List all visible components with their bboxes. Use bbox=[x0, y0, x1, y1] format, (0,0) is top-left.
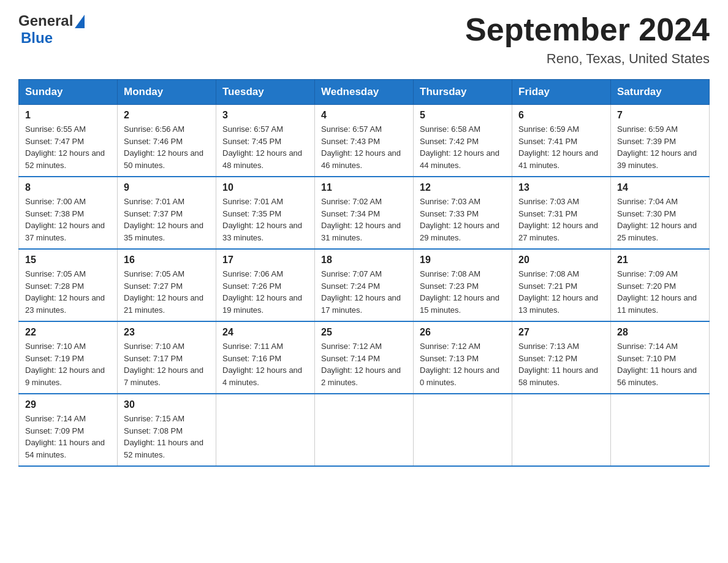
day-number: 16 bbox=[124, 255, 210, 266]
calendar-header-row: SundayMondayTuesdayWednesdayThursdayFrid… bbox=[19, 80, 710, 105]
day-number: 25 bbox=[321, 327, 407, 338]
page-header: General Blue September 2024 Reno, Texas,… bbox=[18, 12, 710, 67]
day-info: Sunrise: 7:03 AMSunset: 7:33 PMDaylight:… bbox=[420, 196, 506, 243]
header-friday: Friday bbox=[512, 80, 611, 105]
day-number: 12 bbox=[420, 182, 506, 193]
header-sunday: Sunday bbox=[19, 80, 118, 105]
day-number: 9 bbox=[124, 182, 210, 193]
calendar-cell: 25Sunrise: 7:12 AMSunset: 7:14 PMDayligh… bbox=[315, 321, 414, 394]
calendar-cell: 23Sunrise: 7:10 AMSunset: 7:17 PMDayligh… bbox=[118, 321, 216, 394]
day-number: 27 bbox=[518, 327, 604, 338]
day-number: 17 bbox=[222, 255, 308, 266]
calendar-cell: 17Sunrise: 7:06 AMSunset: 7:26 PMDayligh… bbox=[216, 249, 315, 321]
header-tuesday: Tuesday bbox=[216, 80, 315, 105]
day-number: 4 bbox=[321, 110, 407, 121]
calendar-cell: 20Sunrise: 7:08 AMSunset: 7:21 PMDayligh… bbox=[512, 249, 611, 321]
calendar-cell bbox=[512, 394, 611, 466]
calendar-cell bbox=[315, 394, 414, 466]
day-info: Sunrise: 7:03 AMSunset: 7:31 PMDaylight:… bbox=[518, 196, 604, 243]
header-monday: Monday bbox=[118, 80, 216, 105]
calendar-subtitle: Reno, Texas, United States bbox=[465, 51, 710, 67]
day-info: Sunrise: 6:57 AMSunset: 7:43 PMDaylight:… bbox=[321, 123, 407, 171]
calendar-cell: 5Sunrise: 6:58 AMSunset: 7:42 PMDaylight… bbox=[414, 105, 512, 177]
day-number: 29 bbox=[25, 399, 111, 410]
calendar-cell: 19Sunrise: 7:08 AMSunset: 7:23 PMDayligh… bbox=[414, 249, 512, 321]
day-info: Sunrise: 6:59 AMSunset: 7:41 PMDaylight:… bbox=[518, 123, 604, 171]
day-info: Sunrise: 7:04 AMSunset: 7:30 PMDaylight:… bbox=[617, 196, 703, 243]
calendar-cell: 24Sunrise: 7:11 AMSunset: 7:16 PMDayligh… bbox=[216, 321, 315, 394]
calendar-cell: 14Sunrise: 7:04 AMSunset: 7:30 PMDayligh… bbox=[611, 177, 710, 249]
calendar-cell bbox=[611, 394, 710, 466]
calendar-cell: 1Sunrise: 6:55 AMSunset: 7:47 PMDaylight… bbox=[19, 105, 118, 177]
day-info: Sunrise: 7:09 AMSunset: 7:20 PMDaylight:… bbox=[617, 268, 703, 316]
day-info: Sunrise: 7:00 AMSunset: 7:38 PMDaylight:… bbox=[25, 196, 111, 243]
calendar-week-row: 1Sunrise: 6:55 AMSunset: 7:47 PMDaylight… bbox=[19, 105, 710, 177]
calendar-table: SundayMondayTuesdayWednesdayThursdayFrid… bbox=[18, 79, 710, 467]
calendar-cell bbox=[414, 394, 512, 466]
calendar-cell: 27Sunrise: 7:13 AMSunset: 7:12 PMDayligh… bbox=[512, 321, 611, 394]
day-number: 1 bbox=[25, 110, 111, 121]
calendar-cell: 10Sunrise: 7:01 AMSunset: 7:35 PMDayligh… bbox=[216, 177, 315, 249]
logo-text-blue: Blue bbox=[21, 29, 53, 46]
day-number: 30 bbox=[124, 399, 210, 410]
header-saturday: Saturday bbox=[611, 80, 710, 105]
calendar-cell: 26Sunrise: 7:12 AMSunset: 7:13 PMDayligh… bbox=[414, 321, 512, 394]
day-info: Sunrise: 6:59 AMSunset: 7:39 PMDaylight:… bbox=[617, 123, 703, 171]
calendar-cell: 13Sunrise: 7:03 AMSunset: 7:31 PMDayligh… bbox=[512, 177, 611, 249]
calendar-cell bbox=[216, 394, 315, 466]
calendar-title: September 2024 bbox=[465, 12, 710, 47]
logo-triangle bbox=[75, 15, 85, 28]
day-info: Sunrise: 7:12 AMSunset: 7:13 PMDaylight:… bbox=[420, 340, 506, 388]
day-info: Sunrise: 7:15 AMSunset: 7:08 PMDaylight:… bbox=[124, 413, 210, 461]
calendar-cell: 16Sunrise: 7:05 AMSunset: 7:27 PMDayligh… bbox=[118, 249, 216, 321]
calendar-cell: 4Sunrise: 6:57 AMSunset: 7:43 PMDaylight… bbox=[315, 105, 414, 177]
day-number: 5 bbox=[420, 110, 506, 121]
day-number: 24 bbox=[222, 327, 308, 338]
day-number: 20 bbox=[518, 255, 604, 266]
calendar-cell: 8Sunrise: 7:00 AMSunset: 7:38 PMDaylight… bbox=[19, 177, 118, 249]
day-info: Sunrise: 7:05 AMSunset: 7:27 PMDaylight:… bbox=[124, 268, 210, 316]
calendar-week-row: 15Sunrise: 7:05 AMSunset: 7:28 PMDayligh… bbox=[19, 249, 710, 321]
calendar-week-row: 29Sunrise: 7:14 AMSunset: 7:09 PMDayligh… bbox=[19, 394, 710, 466]
header-thursday: Thursday bbox=[414, 80, 512, 105]
day-info: Sunrise: 7:14 AMSunset: 7:09 PMDaylight:… bbox=[25, 413, 111, 461]
day-info: Sunrise: 7:08 AMSunset: 7:21 PMDaylight:… bbox=[518, 268, 604, 316]
day-number: 7 bbox=[617, 110, 703, 121]
calendar-cell: 28Sunrise: 7:14 AMSunset: 7:10 PMDayligh… bbox=[611, 321, 710, 394]
calendar-cell: 3Sunrise: 6:57 AMSunset: 7:45 PMDaylight… bbox=[216, 105, 315, 177]
calendar-week-row: 8Sunrise: 7:00 AMSunset: 7:38 PMDaylight… bbox=[19, 177, 710, 249]
calendar-cell: 7Sunrise: 6:59 AMSunset: 7:39 PMDaylight… bbox=[611, 105, 710, 177]
day-number: 13 bbox=[518, 182, 604, 193]
calendar-cell: 29Sunrise: 7:14 AMSunset: 7:09 PMDayligh… bbox=[19, 394, 118, 466]
day-info: Sunrise: 7:02 AMSunset: 7:34 PMDaylight:… bbox=[321, 196, 407, 243]
day-number: 22 bbox=[25, 327, 111, 338]
day-number: 2 bbox=[124, 110, 210, 121]
day-number: 8 bbox=[25, 182, 111, 193]
day-number: 21 bbox=[617, 255, 703, 266]
calendar-cell: 12Sunrise: 7:03 AMSunset: 7:33 PMDayligh… bbox=[414, 177, 512, 249]
header-wednesday: Wednesday bbox=[315, 80, 414, 105]
day-info: Sunrise: 7:07 AMSunset: 7:24 PMDaylight:… bbox=[321, 268, 407, 316]
calendar-cell: 15Sunrise: 7:05 AMSunset: 7:28 PMDayligh… bbox=[19, 249, 118, 321]
day-info: Sunrise: 7:10 AMSunset: 7:17 PMDaylight:… bbox=[124, 340, 210, 388]
day-number: 26 bbox=[420, 327, 506, 338]
day-number: 10 bbox=[222, 182, 308, 193]
logo-text-general: General bbox=[18, 12, 73, 29]
day-info: Sunrise: 7:01 AMSunset: 7:35 PMDaylight:… bbox=[222, 196, 308, 243]
day-info: Sunrise: 7:01 AMSunset: 7:37 PMDaylight:… bbox=[124, 196, 210, 243]
day-number: 19 bbox=[420, 255, 506, 266]
day-info: Sunrise: 6:56 AMSunset: 7:46 PMDaylight:… bbox=[124, 123, 210, 171]
calendar-cell: 9Sunrise: 7:01 AMSunset: 7:37 PMDaylight… bbox=[118, 177, 216, 249]
calendar-cell: 22Sunrise: 7:10 AMSunset: 7:19 PMDayligh… bbox=[19, 321, 118, 394]
calendar-cell: 30Sunrise: 7:15 AMSunset: 7:08 PMDayligh… bbox=[118, 394, 216, 466]
calendar-cell: 21Sunrise: 7:09 AMSunset: 7:20 PMDayligh… bbox=[611, 249, 710, 321]
calendar-cell: 18Sunrise: 7:07 AMSunset: 7:24 PMDayligh… bbox=[315, 249, 414, 321]
day-number: 6 bbox=[518, 110, 604, 121]
day-info: Sunrise: 6:55 AMSunset: 7:47 PMDaylight:… bbox=[25, 123, 111, 171]
logo: General Blue bbox=[18, 12, 85, 47]
day-info: Sunrise: 7:13 AMSunset: 7:12 PMDaylight:… bbox=[518, 340, 604, 388]
day-number: 11 bbox=[321, 182, 407, 193]
title-section: September 2024 Reno, Texas, United State… bbox=[465, 12, 710, 67]
day-info: Sunrise: 7:06 AMSunset: 7:26 PMDaylight:… bbox=[222, 268, 308, 316]
day-info: Sunrise: 7:10 AMSunset: 7:19 PMDaylight:… bbox=[25, 340, 111, 388]
